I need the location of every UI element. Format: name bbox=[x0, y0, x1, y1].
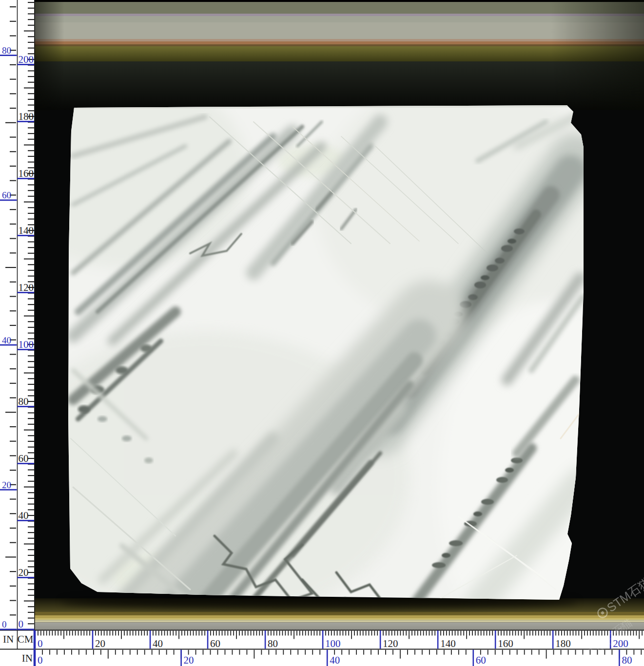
ruler-label: 60 bbox=[476, 654, 486, 666]
ruler-label: 120 bbox=[383, 638, 398, 649]
ruler-mark-line bbox=[92, 630, 94, 649]
ruler-label: 140 bbox=[440, 638, 456, 649]
ruler-mark-line bbox=[437, 630, 439, 649]
ruler-mark-line bbox=[495, 630, 496, 649]
ruler-label: 60 bbox=[19, 453, 29, 464]
ruler-label: 180 bbox=[555, 638, 571, 649]
ruler-label: 0 bbox=[38, 654, 43, 666]
ruler-label: 60 bbox=[210, 638, 220, 649]
ruler-mark-line bbox=[322, 630, 324, 649]
slab-scan-viewport: 020406080100120140160180200 020406080 02… bbox=[0, 0, 644, 666]
ruler-label: 0 bbox=[38, 638, 43, 649]
ruler-label: 20 bbox=[184, 654, 194, 666]
ruler-label: 0 bbox=[19, 618, 24, 630]
corner-label-cm: CM bbox=[18, 633, 34, 645]
ruler-mark-line bbox=[473, 650, 474, 666]
ruler-label: 80 bbox=[268, 638, 278, 649]
ruler-label: 160 bbox=[19, 168, 34, 179]
ruler-label: 0 bbox=[2, 619, 7, 629]
corner-label-in: IN bbox=[3, 633, 14, 645]
ruler-label: 40 bbox=[19, 510, 29, 521]
ruler-label: 60 bbox=[2, 190, 11, 200]
ruler-label: 20 bbox=[95, 638, 105, 649]
ruler-label: 100 bbox=[19, 339, 34, 350]
ruler-label: 80 bbox=[2, 45, 11, 56]
ruler-label: 80 bbox=[19, 396, 29, 407]
ruler-label: 80 bbox=[622, 654, 632, 666]
ruler-label: 40 bbox=[153, 638, 163, 649]
ruler-mark-line bbox=[552, 630, 554, 649]
photo-area bbox=[0, 0, 644, 666]
ruler-label: 40 bbox=[330, 654, 340, 666]
slab-veining bbox=[0, 73, 644, 666]
ruler-mark-line bbox=[207, 630, 209, 649]
corner-label-in-bottom: IN bbox=[22, 652, 33, 664]
ruler-mark-line bbox=[35, 650, 36, 666]
ruler-mark-line bbox=[380, 630, 381, 649]
ruler-label: 180 bbox=[19, 111, 34, 122]
ruler-mark-line bbox=[180, 650, 182, 666]
ruler-mark-line bbox=[619, 650, 620, 666]
ruler-mark-line bbox=[265, 630, 266, 649]
ruler-label: 160 bbox=[498, 638, 513, 649]
ruler-label: 40 bbox=[2, 335, 11, 345]
ruler-label: 200 bbox=[19, 54, 34, 65]
ruler-label: 120 bbox=[19, 282, 34, 293]
marble-slab bbox=[0, 73, 644, 666]
ruler-label: 20 bbox=[19, 567, 29, 578]
ruler-mark-line bbox=[327, 650, 328, 666]
ruler-mark-line bbox=[35, 630, 36, 649]
ruler-mark-line bbox=[150, 630, 151, 649]
ruler-label: 140 bbox=[19, 225, 34, 236]
ruler-label: 20 bbox=[2, 480, 11, 490]
ruler-label: 100 bbox=[325, 638, 341, 649]
machine-bed-top-band bbox=[34, 0, 644, 110]
